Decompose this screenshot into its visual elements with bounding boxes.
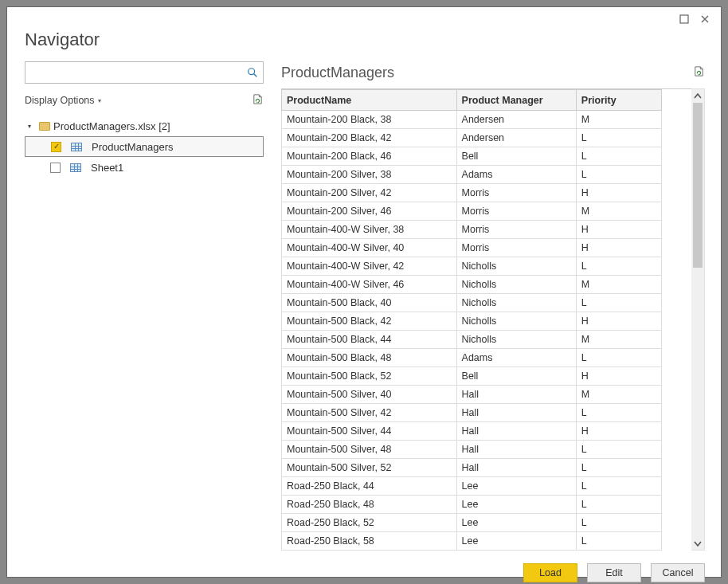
table-cell: Andersen bbox=[456, 111, 576, 129]
table-icon bbox=[71, 143, 82, 151]
table-cell: Mountain-500 Black, 52 bbox=[282, 367, 457, 386]
tree-root[interactable]: ▾ ProductManagers.xlsx [2] bbox=[25, 116, 264, 136]
expander-icon[interactable]: ▾ bbox=[28, 123, 36, 130]
column-header[interactable]: ProductName bbox=[282, 90, 457, 111]
edit-button[interactable]: Edit bbox=[587, 563, 641, 582]
column-header[interactable]: Priority bbox=[576, 90, 661, 111]
table-row[interactable]: Mountain-200 Black, 38AndersenM bbox=[282, 111, 662, 129]
table-row[interactable]: Mountain-200 Silver, 46MorrisM bbox=[282, 202, 662, 221]
preview-table: ProductNameProduct ManagerPriority Mount… bbox=[281, 89, 662, 551]
window-maximize-icon[interactable] bbox=[679, 14, 689, 26]
search-box[interactable] bbox=[25, 61, 264, 84]
table-cell: L bbox=[576, 349, 661, 367]
refresh-icon[interactable] bbox=[252, 93, 264, 108]
preview-title: ProductManagers bbox=[281, 65, 394, 81]
table-row[interactable]: Road-250 Black, 48LeeL bbox=[282, 496, 662, 514]
scroll-track[interactable] bbox=[691, 103, 704, 536]
table-cell: L bbox=[576, 441, 661, 459]
table-cell: Adams bbox=[456, 349, 576, 367]
table-row[interactable]: Mountain-500 Silver, 40HallM bbox=[282, 386, 662, 404]
table-row[interactable]: Mountain-500 Silver, 42HallL bbox=[282, 404, 662, 422]
table-cell: M bbox=[576, 276, 661, 294]
table-row[interactable]: Mountain-400-W Silver, 46NichollsM bbox=[282, 276, 662, 294]
table-cell: Morris bbox=[456, 202, 576, 221]
tree-item-sheet1[interactable]: Sheet1 bbox=[25, 157, 264, 178]
scroll-down-icon[interactable] bbox=[691, 536, 704, 550]
table-cell: L bbox=[576, 257, 661, 276]
table-cell: Bell bbox=[456, 147, 576, 166]
table-row[interactable]: Mountain-200 Silver, 38AdamsL bbox=[282, 166, 662, 184]
table-row[interactable]: Road-250 Black, 44LeeL bbox=[282, 477, 662, 496]
table-cell: Mountain-400-W Silver, 38 bbox=[282, 221, 457, 239]
scroll-thumb[interactable] bbox=[693, 103, 703, 268]
preview-refresh-icon[interactable] bbox=[693, 65, 705, 80]
table-cell: M bbox=[576, 202, 661, 221]
column-header[interactable]: Product Manager bbox=[456, 90, 576, 111]
table-cell: Mountain-500 Silver, 40 bbox=[282, 386, 457, 404]
load-button[interactable]: Load bbox=[523, 563, 577, 582]
table-cell: Mountain-500 Silver, 44 bbox=[282, 422, 457, 441]
search-input[interactable] bbox=[30, 67, 247, 79]
table-cell: Mountain-200 Black, 42 bbox=[282, 129, 457, 147]
preview-pane: ProductManagers ProductNameProduct Manag… bbox=[281, 61, 705, 551]
table-row[interactable]: Mountain-500 Silver, 52HallL bbox=[282, 459, 662, 477]
table-cell: L bbox=[576, 129, 661, 147]
table-cell: Mountain-200 Black, 38 bbox=[282, 111, 457, 129]
table-row[interactable]: Mountain-500 Black, 40NichollsL bbox=[282, 294, 662, 312]
folder-icon bbox=[39, 122, 50, 131]
cancel-button[interactable]: Cancel bbox=[651, 563, 705, 582]
table-row[interactable]: Mountain-200 Black, 46BellL bbox=[282, 147, 662, 166]
titlebar bbox=[7, 7, 721, 26]
caret-down-icon: ▾ bbox=[98, 97, 101, 104]
table-cell: Mountain-200 Silver, 46 bbox=[282, 202, 457, 221]
table-cell: Mountain-200 Silver, 42 bbox=[282, 184, 457, 202]
table-cell: H bbox=[576, 312, 661, 331]
table-row[interactable]: Road-250 Black, 52LeeL bbox=[282, 514, 662, 532]
vertical-scrollbar[interactable] bbox=[691, 88, 705, 551]
tree-item-label: Sheet1 bbox=[91, 162, 123, 174]
table-cell: Nicholls bbox=[456, 257, 576, 276]
table-cell: M bbox=[576, 331, 661, 349]
table-cell: L bbox=[576, 166, 661, 184]
table-cell: Andersen bbox=[456, 129, 576, 147]
display-options-dropdown[interactable]: Display Options ▾ bbox=[25, 95, 101, 106]
window-close-icon[interactable] bbox=[700, 14, 710, 26]
table-row[interactable]: Mountain-200 Silver, 42MorrisH bbox=[282, 184, 662, 202]
table-cell: Hall bbox=[456, 386, 576, 404]
table-icon bbox=[70, 163, 81, 172]
scroll-up-icon[interactable] bbox=[691, 89, 704, 103]
table-cell: Lee bbox=[456, 532, 576, 551]
table-cell: Hall bbox=[456, 459, 576, 477]
table-row[interactable]: Mountain-400-W Silver, 42NichollsL bbox=[282, 257, 662, 276]
left-pane: Display Options ▾ ▾ ProductManagers.xlsx… bbox=[25, 61, 264, 551]
table-row[interactable]: Mountain-500 Black, 52BellH bbox=[282, 367, 662, 386]
checkbox[interactable]: ✓ bbox=[51, 142, 61, 152]
table-cell: Lee bbox=[456, 514, 576, 532]
table-cell: H bbox=[576, 367, 661, 386]
table-cell: L bbox=[576, 404, 661, 422]
table-row[interactable]: Road-250 Black, 58LeeL bbox=[282, 532, 662, 551]
search-icon[interactable] bbox=[247, 67, 258, 78]
table-cell: Road-250 Black, 58 bbox=[282, 532, 457, 551]
table-cell: Mountain-500 Silver, 42 bbox=[282, 404, 457, 422]
table-cell: Mountain-500 Silver, 52 bbox=[282, 459, 457, 477]
tree-item-productmanagers[interactable]: ✓ProductManagers bbox=[25, 136, 264, 157]
table-row[interactable]: Mountain-500 Silver, 44HallH bbox=[282, 422, 662, 441]
table-cell: L bbox=[576, 459, 661, 477]
table-cell: L bbox=[576, 294, 661, 312]
table-row[interactable]: Mountain-400-W Silver, 40MorrisH bbox=[282, 239, 662, 257]
table-row[interactable]: Mountain-200 Black, 42AndersenL bbox=[282, 129, 662, 147]
table-cell: L bbox=[576, 147, 661, 166]
table-cell: L bbox=[576, 532, 661, 551]
table-cell: Mountain-400-W Silver, 42 bbox=[282, 257, 457, 276]
table-row[interactable]: Mountain-500 Silver, 48HallL bbox=[282, 441, 662, 459]
checkbox[interactable] bbox=[50, 163, 61, 173]
table-row[interactable]: Mountain-500 Black, 42NichollsH bbox=[282, 312, 662, 331]
table-cell: Nicholls bbox=[456, 312, 576, 331]
table-row[interactable]: Mountain-500 Black, 48AdamsL bbox=[282, 349, 662, 367]
table-row[interactable]: Mountain-400-W Silver, 38MorrisH bbox=[282, 221, 662, 239]
table-cell: L bbox=[576, 496, 661, 514]
table-cell: Nicholls bbox=[456, 294, 576, 312]
table-row[interactable]: Mountain-500 Black, 44NichollsM bbox=[282, 331, 662, 349]
table-cell: L bbox=[576, 514, 661, 532]
